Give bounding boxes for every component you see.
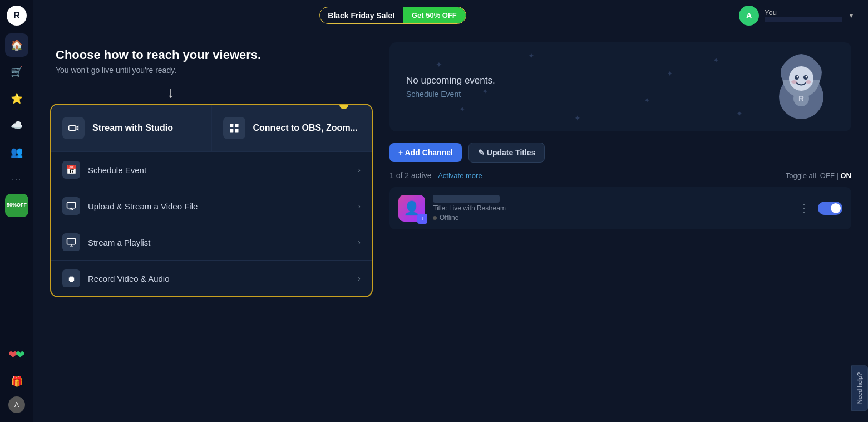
arrow-container: ↓ (167, 84, 373, 101)
help-button[interactable]: Need help? (851, 365, 868, 411)
add-channel-button[interactable]: + Add Channel (389, 143, 462, 162)
calendar-icon: 📅 (62, 161, 80, 179)
upload-stream-option[interactable]: Upload & Stream a Video File › (51, 188, 372, 224)
upload-stream-arrow-icon: › (358, 202, 361, 210)
user-info: You (765, 8, 842, 22)
content-area: Choose how to reach your viewers. You wo… (33, 31, 868, 422)
connect-obs-btn[interactable]: Connect to OBS, Zoom... (212, 105, 372, 151)
user-chevron-icon: ▼ (848, 12, 855, 19)
top-options: Stream with Studio Connect to OBS, Zoom.… (51, 105, 372, 152)
user-email (765, 17, 842, 22)
stream-playlist-arrow-icon: › (358, 238, 361, 247)
schedule-event-option[interactable]: 📅 Schedule Event › (51, 152, 372, 188)
sidebar-item-more[interactable]: ··· (5, 167, 28, 190)
sidebar-item-people[interactable]: 👥 (5, 140, 28, 164)
sidebar-item-gift[interactable]: 🎁 (5, 370, 28, 393)
user-avatar: A (739, 6, 759, 26)
active-info-row: 1 of 2 active Activate more Toggle all O… (389, 170, 851, 180)
svg-rect-5 (67, 202, 76, 208)
sidebar-user-avatar[interactable]: A (8, 396, 25, 413)
toggle-off-label[interactable]: OFF (820, 171, 835, 180)
left-panel: Choose how to reach your viewers. You wo… (50, 42, 373, 411)
channel-info: Title: Live with Restream Offline (433, 195, 789, 222)
record-video-arrow-icon: › (358, 274, 361, 283)
svg-rect-7 (67, 238, 76, 244)
user-name: You (765, 8, 842, 17)
topbar: Black Friday Sale! Get 50% OFF A You ▼ (33, 0, 868, 31)
active-count-text: 1 of 2 active Activate more (389, 171, 482, 180)
app-logo[interactable]: R (7, 6, 27, 26)
playlist-icon (62, 233, 80, 251)
activate-more-link[interactable]: Activate more (438, 171, 482, 180)
svg-rect-1 (230, 124, 233, 127)
active-count-area: 1 of 2 active Activate more (389, 170, 482, 180)
sidebar-item-cloud[interactable]: ☁️ (5, 114, 28, 137)
record-icon: ⏺ (62, 269, 80, 287)
main-container: Black Friday Sale! Get 50% OFF A You ▼ C… (33, 0, 868, 422)
update-titles-button[interactable]: ✎ Update Titles (468, 143, 545, 163)
svg-point-16 (806, 76, 807, 78)
toggle-all-label: Toggle all OFF | ON (786, 171, 851, 180)
schedule-event-link[interactable]: Schedule Event (406, 90, 495, 99)
sale-banner-area: Black Friday Sale! Get 50% OFF (319, 7, 466, 24)
channel-status: Offline (433, 214, 789, 222)
sidebar: R 🏠 🛒 ⭐ ☁️ 👥 ··· 50%OFF ❤❤ 🎁 A (0, 0, 33, 422)
upload-icon (62, 197, 80, 215)
channel-status-text: Offline (440, 214, 458, 222)
right-panel: ✦ ✦ ✦ ✦ ✦ ✦ ✦ ✦ ✦ ✦ ✦ No upcoming events… (373, 42, 851, 411)
events-card: ✦ ✦ ✦ ✦ ✦ ✦ ✦ ✦ ✦ ✦ ✦ No upcoming events… (389, 42, 851, 131)
sidebar-item-heart[interactable]: ❤❤ (5, 343, 28, 366)
stream-studio-label: Stream with Studio (92, 122, 173, 133)
stream-playlist-option[interactable]: Stream a Playlist › (51, 224, 372, 261)
svg-rect-2 (235, 124, 238, 127)
svg-text:R: R (798, 94, 804, 103)
sidebar-item-cart[interactable]: 🛒 (5, 60, 28, 84)
connect-obs-label: Connect to OBS, Zoom... (253, 122, 358, 133)
stream-with-studio-btn[interactable]: Stream with Studio (51, 105, 212, 151)
grid-icon (223, 117, 245, 139)
no-events-text: No upcoming events. (406, 75, 495, 86)
sidebar-discount-badge[interactable]: 50%OFF (5, 194, 28, 217)
svg-point-15 (797, 76, 798, 78)
channel-menu-icon[interactable]: ⋮ (797, 200, 811, 217)
sale-text: Black Friday Sale! (320, 8, 403, 23)
sale-button[interactable]: Get 50% OFF (403, 7, 466, 23)
channel-avatar: 👤 t (398, 195, 425, 222)
panel-subtext: You won't go live until you're ready. (56, 66, 373, 75)
channel-actions: ⋮ (797, 200, 842, 217)
stream-playlist-label: Stream a Playlist (88, 238, 358, 247)
toggle-all-area: Toggle all OFF | ON (786, 170, 851, 180)
options-card: Stream with Studio Connect to OBS, Zoom.… (50, 104, 373, 297)
record-video-label: Record Video & Audio (88, 274, 358, 283)
upload-stream-label: Upload & Stream a Video File (88, 202, 358, 211)
sidebar-item-home[interactable]: 🏠 (5, 33, 28, 57)
camera-icon (62, 117, 85, 139)
record-video-option[interactable]: ⏺ Record Video & Audio › (51, 261, 372, 296)
channel-name (433, 195, 500, 203)
svg-rect-3 (230, 129, 233, 133)
toggle-thumb (831, 203, 841, 213)
sale-banner: Black Friday Sale! Get 50% OFF (319, 7, 466, 24)
mascot-image: R (768, 50, 835, 124)
channel-row: 👤 t Title: Live with Restream Offline ⋮ (389, 187, 851, 229)
user-menu[interactable]: A You ▼ (739, 6, 855, 26)
svg-point-17 (791, 80, 797, 84)
svg-rect-0 (69, 126, 76, 130)
channels-header: + Add Channel ✎ Update Titles (389, 143, 851, 163)
status-dot-icon (433, 216, 437, 220)
channel-toggle[interactable] (818, 202, 842, 215)
active-count: 1 of 2 active (389, 171, 432, 180)
svg-point-12 (789, 66, 813, 91)
arrow-down-icon: ↓ (167, 84, 175, 101)
sidebar-item-star[interactable]: ⭐ (5, 87, 28, 110)
schedule-event-arrow-icon: › (358, 165, 361, 174)
panel-heading: Choose how to reach your viewers. (56, 48, 373, 62)
svg-rect-4 (235, 129, 238, 133)
svg-point-18 (806, 80, 811, 84)
events-info: No upcoming events. Schedule Event (389, 58, 512, 115)
schedule-event-label: Schedule Event (88, 165, 358, 175)
channel-title-text: Title: Live with Restream (433, 204, 789, 212)
channel-platform-badge: t (417, 214, 427, 224)
toggle-on-label[interactable]: ON (841, 171, 852, 180)
